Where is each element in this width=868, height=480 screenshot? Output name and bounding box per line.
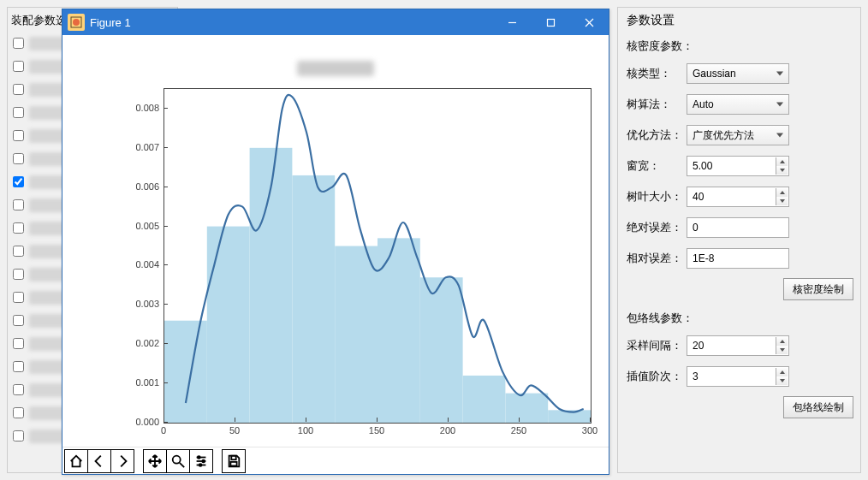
spin-down-icon[interactable]	[776, 376, 788, 385]
opt-dropdown[interactable]: 广度优先方法	[687, 125, 789, 145]
checkbox[interactable]	[13, 361, 24, 372]
x-tick-label: 50	[229, 425, 240, 436]
leaf-stepper[interactable]: 40	[687, 187, 789, 207]
checkbox[interactable]	[13, 430, 24, 441]
interp-stepper[interactable]: 3	[687, 366, 789, 387]
checkbox[interactable]	[13, 107, 24, 118]
figure-canvas: 0.0000.0010.0020.0030.0040.0050.0060.007…	[62, 35, 609, 447]
back-button[interactable]	[87, 449, 111, 473]
checkbox[interactable]	[13, 84, 24, 95]
figure-toolbar	[62, 447, 609, 474]
checkbox[interactable]	[13, 222, 24, 234]
minimize-button[interactable]	[493, 9, 532, 35]
svg-line-7	[180, 462, 184, 466]
bandwidth-label: 窗宽：	[627, 158, 687, 174]
spin-down-icon[interactable]	[776, 166, 788, 175]
forward-button[interactable]	[110, 449, 134, 473]
y-tick-label: 0.002	[108, 338, 159, 348]
configure-button[interactable]	[189, 449, 213, 473]
x-tick-label: 150	[369, 425, 384, 436]
spin-up-icon[interactable]	[776, 157, 788, 166]
spin-down-icon[interactable]	[776, 197, 788, 205]
histogram-bar	[420, 277, 463, 423]
kernel-label: 核类型：	[627, 66, 687, 81]
figure-titlebar[interactable]: Figure 1	[62, 9, 609, 35]
svg-rect-15	[230, 461, 236, 465]
opt-label: 优化方法：	[627, 127, 687, 143]
checkbox[interactable]	[13, 384, 24, 395]
close-button[interactable]	[570, 9, 609, 35]
y-tick-label: 0.000	[108, 417, 159, 427]
x-tick-label: 100	[298, 425, 313, 436]
spin-up-icon[interactable]	[776, 337, 788, 346]
y-tick-label: 0.001	[108, 377, 159, 388]
y-tick-label: 0.005	[108, 221, 159, 231]
checkbox[interactable]	[13, 199, 24, 210]
tree-label: 树算法：	[627, 97, 687, 112]
home-button[interactable]	[64, 449, 88, 473]
rtol-label: 相对误差：	[627, 251, 687, 266]
histogram-bar	[335, 246, 378, 423]
histogram-bar	[292, 175, 335, 423]
histogram-bar	[505, 394, 548, 423]
checkbox[interactable]	[13, 153, 24, 164]
x-tick-label: 300	[582, 425, 597, 436]
figure-app-icon	[68, 14, 85, 31]
histogram-bar	[463, 376, 506, 423]
y-tick-label: 0.003	[108, 299, 159, 309]
envelope-heading: 包络线参数：	[627, 311, 853, 326]
svg-point-13	[199, 464, 202, 466]
spin-up-icon[interactable]	[776, 368, 788, 376]
checkbox[interactable]	[13, 292, 24, 303]
right-panel-title: 参数设置	[627, 13, 853, 28]
envelope-draw-button[interactable]: 包络线绘制	[783, 396, 853, 418]
y-tick-label: 0.008	[108, 103, 159, 113]
checkbox[interactable]	[13, 38, 24, 49]
spin-down-icon[interactable]	[776, 346, 788, 354]
bandwidth-stepper[interactable]: 5.00	[687, 156, 789, 176]
figure-window: Figure 1 0.0000.0010.0020.0030.0040.0050…	[62, 9, 609, 475]
right-panel: 参数设置 核密度参数： 核类型： Gaussian 树算法： Auto 优化方法…	[617, 7, 861, 473]
rtol-input[interactable]: 1E-8	[687, 248, 789, 269]
kde-heading: 核密度参数：	[627, 39, 853, 54]
kernel-dropdown[interactable]: Gaussian	[687, 63, 789, 84]
figure-title: Figure 1	[90, 16, 493, 29]
y-tick-label: 0.004	[108, 259, 159, 270]
x-tick-label: 250	[511, 425, 526, 436]
maximize-button[interactable]	[532, 9, 570, 35]
save-button[interactable]	[222, 449, 246, 473]
checkbox[interactable]	[13, 315, 24, 326]
zoom-button[interactable]	[166, 449, 190, 473]
interp-label: 插值阶次：	[627, 369, 687, 384]
checkbox[interactable]	[13, 130, 24, 141]
y-tick-label: 0.007	[108, 142, 159, 152]
svg-point-6	[173, 455, 181, 463]
histogram-bar	[164, 321, 207, 423]
svg-point-0	[73, 19, 80, 26]
svg-point-12	[202, 459, 205, 462]
x-tick-label: 0	[161, 425, 166, 436]
svg-rect-14	[231, 455, 235, 459]
checkbox[interactable]	[13, 61, 24, 72]
checkbox[interactable]	[13, 176, 24, 187]
checkbox[interactable]	[13, 269, 24, 280]
checkbox[interactable]	[13, 338, 24, 349]
sampling-stepper[interactable]: 20	[687, 335, 789, 356]
plot-title	[297, 61, 374, 76]
sampling-label: 采样间隔：	[627, 338, 687, 353]
kde-draw-button[interactable]: 核密度绘制	[783, 278, 853, 300]
histogram-bar	[207, 227, 250, 423]
y-tick-label: 0.006	[108, 181, 159, 192]
x-tick-label: 200	[440, 425, 455, 436]
svg-rect-3	[548, 19, 555, 26]
checkbox[interactable]	[13, 246, 24, 257]
svg-point-11	[198, 456, 200, 459]
tree-dropdown[interactable]: Auto	[687, 94, 789, 115]
pan-button[interactable]	[143, 449, 167, 473]
spin-up-icon[interactable]	[776, 188, 788, 197]
atol-label: 绝对误差：	[627, 220, 687, 235]
atol-input[interactable]: 0	[687, 217, 789, 238]
leaf-label: 树叶大小：	[627, 189, 687, 204]
checkbox[interactable]	[13, 407, 24, 418]
plot-area	[163, 88, 592, 424]
